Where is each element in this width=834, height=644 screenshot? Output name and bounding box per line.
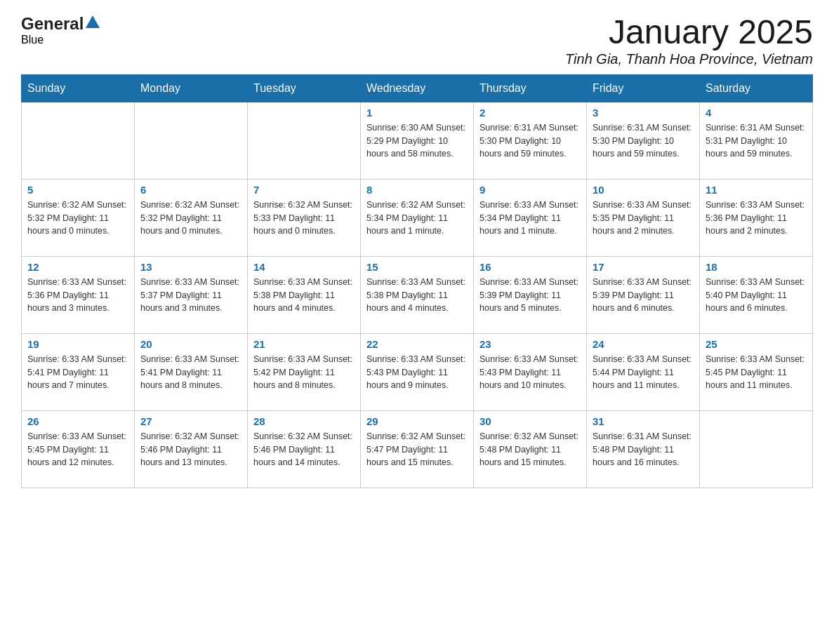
day-info: Sunrise: 6:32 AM Sunset: 5:32 PM Dayligh…	[140, 199, 241, 238]
day-number: 19	[27, 338, 128, 350]
column-header-friday: Friday	[587, 74, 700, 102]
calendar-cell: 28Sunrise: 6:32 AM Sunset: 5:46 PM Dayli…	[248, 410, 361, 488]
calendar-cell: 15Sunrise: 6:33 AM Sunset: 5:38 PM Dayli…	[361, 256, 474, 333]
logo-blue-text: Blue	[21, 34, 44, 46]
day-info: Sunrise: 6:32 AM Sunset: 5:47 PM Dayligh…	[366, 430, 468, 469]
calendar-cell: 27Sunrise: 6:32 AM Sunset: 5:46 PM Dayli…	[135, 410, 248, 488]
day-info: Sunrise: 6:32 AM Sunset: 5:33 PM Dayligh…	[253, 199, 355, 238]
column-header-wednesday: Wednesday	[361, 74, 474, 102]
day-info: Sunrise: 6:33 AM Sunset: 5:36 PM Dayligh…	[706, 199, 807, 238]
logo-triangle-icon	[86, 15, 100, 28]
day-info: Sunrise: 6:31 AM Sunset: 5:30 PM Dayligh…	[479, 121, 581, 161]
day-info: Sunrise: 6:33 AM Sunset: 5:43 PM Dayligh…	[479, 353, 581, 392]
day-number: 5	[27, 184, 128, 196]
day-info: Sunrise: 6:33 AM Sunset: 5:42 PM Dayligh…	[253, 353, 355, 392]
logo: General Blue	[21, 14, 100, 46]
day-number: 18	[706, 261, 807, 273]
day-info: Sunrise: 6:33 AM Sunset: 5:44 PM Dayligh…	[593, 353, 694, 392]
calendar-cell: 24Sunrise: 6:33 AM Sunset: 5:44 PM Dayli…	[587, 333, 700, 410]
day-number: 16	[479, 261, 581, 273]
calendar-cell	[700, 410, 813, 488]
calendar-cell: 20Sunrise: 6:33 AM Sunset: 5:41 PM Dayli…	[135, 333, 248, 410]
day-info: Sunrise: 6:33 AM Sunset: 5:36 PM Dayligh…	[27, 276, 128, 315]
calendar-cell: 30Sunrise: 6:32 AM Sunset: 5:48 PM Dayli…	[474, 410, 587, 488]
column-header-thursday: Thursday	[474, 74, 587, 102]
calendar-cell: 9Sunrise: 6:33 AM Sunset: 5:34 PM Daylig…	[474, 179, 587, 256]
day-number: 13	[140, 261, 241, 273]
column-header-tuesday: Tuesday	[248, 74, 361, 102]
title-area: January 2025 Tinh Gia, Thanh Hoa Provinc…	[565, 14, 813, 67]
day-number: 6	[140, 184, 241, 196]
day-info: Sunrise: 6:32 AM Sunset: 5:34 PM Dayligh…	[366, 199, 468, 238]
day-info: Sunrise: 6:33 AM Sunset: 5:38 PM Dayligh…	[366, 276, 468, 315]
calendar-week-2: 12Sunrise: 6:33 AM Sunset: 5:36 PM Dayli…	[22, 256, 813, 333]
day-number: 28	[253, 415, 355, 427]
day-number: 21	[253, 338, 355, 350]
day-info: Sunrise: 6:33 AM Sunset: 5:35 PM Dayligh…	[593, 199, 694, 238]
day-info: Sunrise: 6:32 AM Sunset: 5:46 PM Dayligh…	[253, 430, 355, 469]
day-number: 31	[593, 415, 694, 427]
calendar-cell: 13Sunrise: 6:33 AM Sunset: 5:37 PM Dayli…	[135, 256, 248, 333]
day-number: 22	[366, 338, 468, 350]
day-number: 2	[479, 107, 581, 119]
day-info: Sunrise: 6:33 AM Sunset: 5:39 PM Dayligh…	[479, 276, 581, 315]
calendar-cell: 10Sunrise: 6:33 AM Sunset: 5:35 PM Dayli…	[587, 179, 700, 256]
day-info: Sunrise: 6:32 AM Sunset: 5:48 PM Dayligh…	[479, 430, 581, 469]
calendar-cell: 6Sunrise: 6:32 AM Sunset: 5:32 PM Daylig…	[135, 179, 248, 256]
subtitle: Tinh Gia, Thanh Hoa Province, Vietnam	[565, 51, 813, 67]
day-info: Sunrise: 6:33 AM Sunset: 5:41 PM Dayligh…	[27, 353, 128, 392]
day-info: Sunrise: 6:31 AM Sunset: 5:48 PM Dayligh…	[593, 430, 694, 469]
day-number: 3	[593, 107, 694, 119]
calendar-cell: 31Sunrise: 6:31 AM Sunset: 5:48 PM Dayli…	[587, 410, 700, 488]
day-info: Sunrise: 6:33 AM Sunset: 5:40 PM Dayligh…	[706, 276, 807, 315]
calendar-cell: 18Sunrise: 6:33 AM Sunset: 5:40 PM Dayli…	[700, 256, 813, 333]
calendar-week-4: 26Sunrise: 6:33 AM Sunset: 5:45 PM Dayli…	[22, 410, 813, 488]
calendar-cell	[135, 102, 248, 179]
calendar-week-3: 19Sunrise: 6:33 AM Sunset: 5:41 PM Dayli…	[22, 333, 813, 410]
calendar-cell: 12Sunrise: 6:33 AM Sunset: 5:36 PM Dayli…	[22, 256, 135, 333]
day-number: 17	[593, 261, 694, 273]
calendar-cell: 5Sunrise: 6:32 AM Sunset: 5:32 PM Daylig…	[22, 179, 135, 256]
day-info: Sunrise: 6:33 AM Sunset: 5:45 PM Dayligh…	[706, 353, 807, 392]
column-header-saturday: Saturday	[700, 74, 813, 102]
calendar-cell: 23Sunrise: 6:33 AM Sunset: 5:43 PM Dayli…	[474, 333, 587, 410]
day-number: 24	[593, 338, 694, 350]
day-number: 4	[706, 107, 807, 119]
calendar-cell	[22, 102, 135, 179]
logo-general-text: General	[21, 14, 84, 34]
day-number: 20	[140, 338, 241, 350]
day-number: 14	[253, 261, 355, 273]
day-number: 12	[27, 261, 128, 273]
header: General Blue January 2025 Tinh Gia, Than…	[21, 14, 813, 67]
day-info: Sunrise: 6:32 AM Sunset: 5:32 PM Dayligh…	[27, 199, 128, 238]
day-info: Sunrise: 6:30 AM Sunset: 5:29 PM Dayligh…	[366, 121, 468, 161]
calendar-cell: 3Sunrise: 6:31 AM Sunset: 5:30 PM Daylig…	[587, 102, 700, 179]
day-number: 7	[253, 184, 355, 196]
calendar-cell: 14Sunrise: 6:33 AM Sunset: 5:38 PM Dayli…	[248, 256, 361, 333]
calendar-header: SundayMondayTuesdayWednesdayThursdayFrid…	[22, 74, 813, 102]
day-info: Sunrise: 6:33 AM Sunset: 5:37 PM Dayligh…	[140, 276, 241, 315]
day-info: Sunrise: 6:33 AM Sunset: 5:38 PM Dayligh…	[253, 276, 355, 315]
calendar-cell: 16Sunrise: 6:33 AM Sunset: 5:39 PM Dayli…	[474, 256, 587, 333]
day-info: Sunrise: 6:33 AM Sunset: 5:39 PM Dayligh…	[593, 276, 694, 315]
calendar-table: SundayMondayTuesdayWednesdayThursdayFrid…	[21, 74, 813, 488]
day-info: Sunrise: 6:33 AM Sunset: 5:45 PM Dayligh…	[27, 430, 128, 469]
calendar-cell: 2Sunrise: 6:31 AM Sunset: 5:30 PM Daylig…	[474, 102, 587, 179]
calendar-cell: 7Sunrise: 6:32 AM Sunset: 5:33 PM Daylig…	[248, 179, 361, 256]
day-info: Sunrise: 6:31 AM Sunset: 5:31 PM Dayligh…	[706, 121, 807, 161]
calendar-cell: 29Sunrise: 6:32 AM Sunset: 5:47 PM Dayli…	[361, 410, 474, 488]
day-number: 25	[706, 338, 807, 350]
calendar-week-1: 5Sunrise: 6:32 AM Sunset: 5:32 PM Daylig…	[22, 179, 813, 256]
calendar-cell: 11Sunrise: 6:33 AM Sunset: 5:36 PM Dayli…	[700, 179, 813, 256]
day-number: 1	[366, 107, 468, 119]
calendar-cell	[248, 102, 361, 179]
day-info: Sunrise: 6:33 AM Sunset: 5:41 PM Dayligh…	[140, 353, 241, 392]
calendar-cell: 21Sunrise: 6:33 AM Sunset: 5:42 PM Dayli…	[248, 333, 361, 410]
calendar-week-0: 1Sunrise: 6:30 AM Sunset: 5:29 PM Daylig…	[22, 102, 813, 179]
day-number: 15	[366, 261, 468, 273]
day-number: 8	[366, 184, 468, 196]
day-info: Sunrise: 6:33 AM Sunset: 5:34 PM Dayligh…	[479, 199, 581, 238]
day-number: 30	[479, 415, 581, 427]
day-number: 23	[479, 338, 581, 350]
calendar-cell: 8Sunrise: 6:32 AM Sunset: 5:34 PM Daylig…	[361, 179, 474, 256]
